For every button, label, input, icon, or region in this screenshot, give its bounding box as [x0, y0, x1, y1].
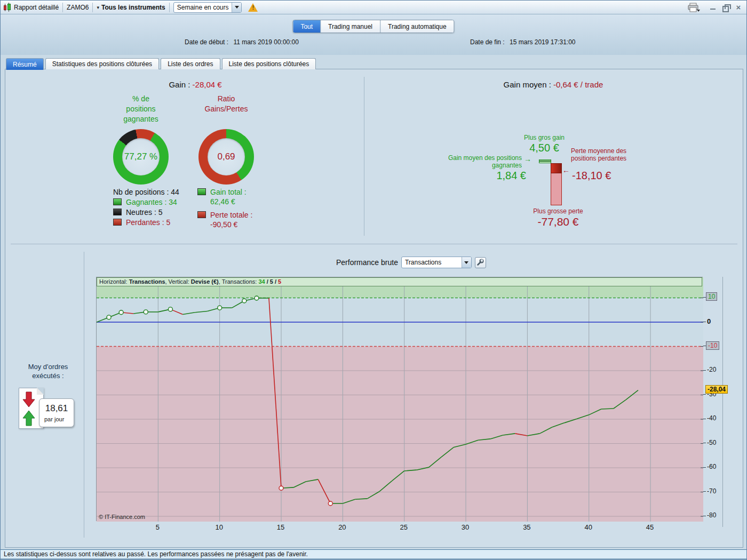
best-gain-label: Plus gros gain: [496, 134, 592, 141]
arrow-down-icon: [22, 391, 36, 407]
performance-header: Performance brute Transactions: [336, 257, 486, 268]
x-axis-label: 15: [273, 523, 288, 531]
status-bar: Les statistiques ci-dessus sont relative…: [1, 549, 746, 559]
red-swatch-icon: [113, 219, 122, 226]
tab-liste-ordres[interactable]: Liste des ordres: [161, 58, 220, 69]
tab-statistiques[interactable]: Statistiques des positions clôturées: [45, 58, 159, 69]
arrow-left-icon: ←: [562, 166, 570, 174]
section-divider: [11, 244, 737, 244]
performance-select[interactable]: Transactions: [401, 257, 472, 268]
positions-legend: Nb de positions : 44 Gagnantes : 34 Neut…: [113, 187, 179, 227]
tab-trading-automatique[interactable]: Trading automatique: [380, 20, 454, 33]
titlebar-separator: [169, 3, 170, 12]
avg-gain-marker: [539, 161, 551, 162]
orders-avg-unit: par jour: [44, 416, 64, 422]
minimize-button[interactable]: [709, 4, 717, 11]
y-tick: [703, 467, 706, 468]
y-axis-label: -50: [707, 439, 716, 446]
date-end-label: Date de fin :: [470, 38, 505, 46]
ratio-value: 0,69: [198, 129, 254, 185]
date-start: Date de début : 11 mars 2019 00:00:00: [185, 38, 299, 46]
x-axis-label: 25: [396, 523, 411, 531]
nb-positions: Nb de positions : 44: [113, 187, 179, 197]
y-axis-label: -80: [707, 511, 716, 519]
period-select-value: Semaine en cours: [174, 4, 232, 11]
chart-x-axis: 51015202530354045: [96, 523, 703, 532]
close-button[interactable]: ×: [735, 4, 742, 11]
chart-info-bar: Horizontal: Transactions, Vertical: Devi…: [97, 277, 702, 286]
titlebar-separator: [92, 3, 93, 12]
black-swatch-icon: [113, 209, 122, 215]
gain-title: Gain : -28,04 €: [25, 80, 366, 89]
worst-loss-label: Plus grosse perte: [507, 207, 609, 215]
legend-neutres: Neutres : 5: [113, 207, 179, 217]
chart-y-axis: 100-10-20-30-40-50-60-70-80-28,04: [703, 277, 743, 527]
chart-copyright: © IT-Finance.com: [99, 514, 145, 520]
worst-loss-value: -77,80 €: [507, 215, 609, 228]
gain-total-row: Gain total :: [197, 187, 252, 197]
y-axis-label: 10: [706, 292, 717, 301]
report-tabs: Résumé Statistiques des positions clôtur…: [6, 58, 316, 70]
performance-plot[interactable]: Horizontal: Transactions, Vertical: Devi…: [96, 277, 703, 521]
avg-loss-segment: [551, 163, 562, 173]
y-tick: [703, 516, 706, 516]
caret-down-icon: [464, 261, 468, 264]
avg-win-label: Gain moyen des positions gagnantes: [379, 154, 522, 169]
avg-loss-value: -18,10 €: [572, 170, 652, 182]
x-axis-label: 40: [581, 523, 596, 531]
tab-resume[interactable]: Résumé: [6, 58, 44, 70]
x-axis-label: 10: [212, 523, 227, 531]
mode-tabs: Tout Trading manuel Trading automatique: [292, 20, 454, 33]
y-tick: [703, 322, 706, 322]
app-candlestick-icon: [3, 3, 12, 12]
date-start-label: Date de début :: [185, 38, 228, 46]
instruments-filter[interactable]: Tous les instruments: [101, 4, 165, 11]
tab-tout[interactable]: Tout: [293, 20, 321, 33]
instrument-name[interactable]: ZAMO6: [67, 4, 89, 11]
y-axis-label: -60: [707, 463, 716, 470]
report-window: { "icons": { "arrow_right": "→", "arrow_…: [0, 0, 747, 560]
date-end: Date de fin : 15 mars 2019 17:31:00: [470, 38, 575, 46]
max-gain-bar: [539, 159, 551, 163]
maximize-button[interactable]: [722, 4, 729, 11]
performance-select-value: Transactions: [402, 259, 462, 266]
gain-value: -28,04 €: [193, 80, 222, 89]
arrow-up-icon: [22, 410, 36, 426]
status-text: Les statistiques ci-dessus sont relative…: [4, 550, 308, 558]
y-tick: [703, 419, 706, 419]
window-controls: ×: [688, 3, 746, 12]
performance-label: Performance brute: [336, 258, 398, 267]
chart-left-divider: [84, 252, 84, 538]
period-select[interactable]: Semaine en cours: [173, 2, 242, 13]
gain-moyen-title: Gain moyen : -0,64 € / trade: [364, 80, 743, 89]
x-axis-label: 45: [642, 523, 657, 531]
performance-select-button[interactable]: [462, 257, 471, 268]
perte-totale-value: -90,50 €: [210, 220, 252, 230]
y-axis-label: 0: [707, 317, 711, 325]
orders-avg-value: 18,61: [39, 403, 74, 414]
tab-trading-manuel[interactable]: Trading manuel: [321, 20, 380, 33]
max-loss-bar: [551, 163, 562, 205]
chevron-down-icon: ▾: [97, 5, 99, 10]
totals-legend: Gain total : 62,46 € Perte totale : -90,…: [197, 187, 252, 230]
x-axis-label: 20: [335, 523, 349, 531]
y-axis-label: -40: [707, 414, 716, 422]
x-axis-label: 30: [458, 523, 473, 531]
summary-divider: [364, 77, 364, 236]
avg-loss-label: Perte moyenne des positions perdantes: [571, 147, 651, 162]
donut-ratio-title: Ratio Gains/Pertes: [178, 94, 274, 114]
y-axis-label: -70: [707, 487, 716, 495]
wrench-icon: [476, 259, 484, 266]
green-swatch-icon: [113, 198, 122, 205]
period-select-button[interactable]: [232, 3, 241, 12]
titlebar: Rapport détaillé ZAMO6 ▾ Tous les instru…: [1, 1, 746, 14]
tab-liste-positions[interactable]: Liste des positions clôturées: [222, 58, 316, 69]
x-axis-label: 35: [519, 523, 534, 531]
ratio-donut-chart: 0,69: [198, 129, 254, 185]
print-button[interactable]: [688, 3, 701, 12]
window-title: Rapport détaillé: [14, 4, 59, 11]
red-swatch-icon: [197, 211, 206, 218]
chart-settings-button[interactable]: [475, 257, 486, 268]
green-swatch-icon: [197, 188, 206, 195]
y-tick: [703, 443, 706, 443]
